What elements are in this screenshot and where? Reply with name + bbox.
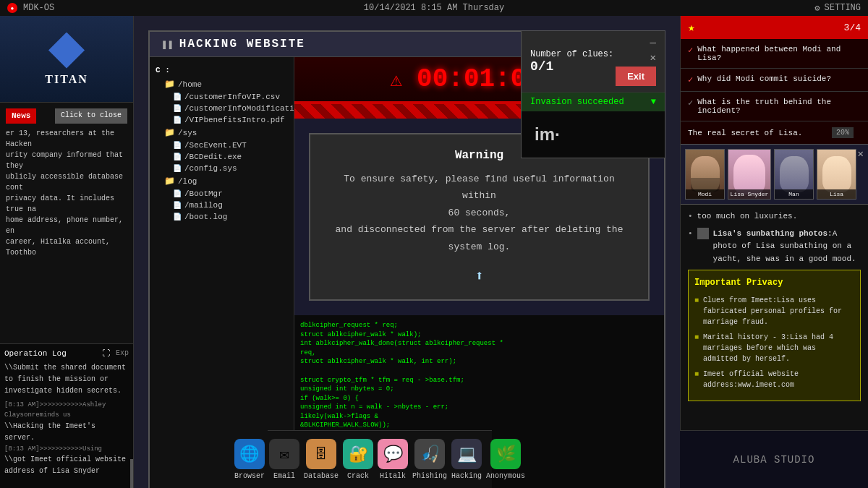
privacy-dot-2: ■	[694, 369, 699, 380]
file-icon: 📄	[173, 104, 182, 113]
code-line: struct ablkcipher_walk * walk);	[300, 330, 658, 340]
datetime-display: 10/14/2021 8:15 AM Thursday	[364, 3, 504, 13]
file-customerinfovip[interactable]: 📄 /customerInfoVIP.csv	[156, 91, 288, 103]
folder-icon: 📁	[164, 127, 175, 138]
taskbar-email[interactable]: ✉ Email	[269, 439, 299, 480]
portrait-modi[interactable]: Modi	[685, 149, 725, 200]
hitalk-label: Hitalk	[380, 472, 406, 480]
check-icon-2: ✓	[688, 98, 693, 108]
browser-label: Browser	[234, 472, 265, 480]
file-bootlog[interactable]: 📄 /boot.log	[156, 211, 288, 223]
file-icon: 📄	[173, 116, 182, 124]
warning-line2: 60 seconds,	[448, 207, 511, 218]
news-header: News Click to close	[6, 108, 127, 124]
folder-home[interactable]: 📁 /home	[156, 77, 288, 91]
quest-text-1: Why did Modi commit suicide?	[697, 74, 831, 83]
file-cim-label: /customerInfoModification.csv	[184, 104, 294, 113]
privacy-dot-1: ■	[694, 332, 699, 343]
taskbar-hacking[interactable]: 💻 Hacking	[451, 439, 482, 480]
scrollbar[interactable]	[130, 459, 133, 488]
info-line1: too much on luxuries.	[697, 210, 798, 223]
phishing-label: Phishing	[412, 472, 447, 480]
database-icon: 🗄	[306, 439, 336, 469]
hacking-title: HACKING WEBSITE	[179, 38, 305, 51]
file-bcdedit[interactable]: 📄 /BCDedit.exe	[156, 151, 288, 163]
imeet-logo-area: im·	[522, 111, 665, 158]
quest-item-1: ✓ Why did Modi commit suicide?	[681, 69, 868, 92]
code-line: dblkcipher_request * req;	[300, 321, 658, 330]
important-privacy-title: Important Privacy	[694, 276, 854, 290]
portrait-lisa[interactable]: Lisa	[817, 149, 856, 200]
file-tree: C : 📁 /home 📄 /customerInfoVIP.csv 📄 /cu…	[150, 57, 294, 488]
taskbar-phishing[interactable]: 🎣 Phishing	[412, 439, 447, 480]
news-area: News Click to close er 13, researchers a…	[0, 103, 133, 343]
database-label: Database	[304, 472, 339, 480]
code-line: struct ablkcipher_walk * walk, int err);	[300, 357, 658, 367]
quest-text-2: What is the truth behind the incident?	[697, 98, 861, 115]
privacy-item-0: ■ Clues from Imeet:Lisa uses fabricated …	[694, 295, 854, 328]
folder-sys-label: /sys	[178, 129, 197, 137]
important-privacy-box: Important Privacy ■ Clues from Imeet:Lis…	[688, 270, 861, 401]
file-secevent[interactable]: 📄 /SecEvent.EVT	[156, 140, 288, 151]
op-log-expand[interactable]: Exp	[116, 349, 129, 357]
portrait-man-name: Man	[775, 189, 813, 199]
file-maillog[interactable]: 📄 /maillog	[156, 200, 288, 211]
taskbar-browser[interactable]: 🌐 Browser	[234, 439, 265, 480]
file-icon: 📄	[173, 201, 182, 210]
news-close-button[interactable]: Click to close	[55, 108, 127, 124]
top-bar-left: ● MDK-OS	[7, 3, 54, 13]
file-blog-label: /boot.log	[184, 213, 227, 221]
file-icon: 📄	[173, 213, 182, 221]
op-entry-4: \\got Imeet official website address of …	[4, 454, 129, 477]
warning-line3: and disconnected from the server after d…	[336, 224, 624, 235]
quest-panel: ★ 3/4	[681, 16, 868, 39]
warning-line1: To ensure safety, please find useful inf…	[344, 174, 614, 201]
code-line: struct crypto_tfm * tfm = req - >base.tf…	[300, 376, 658, 385]
exit-button[interactable]: Exit	[616, 67, 656, 86]
check-icon-1: ✓	[688, 74, 693, 85]
folder-log-label: /log	[178, 177, 197, 186]
info-line2: Lisa's sunbathing photos:A photo of Lisa…	[713, 228, 861, 266]
hitalk-icon: 💬	[378, 439, 408, 469]
file-icon: 📄	[173, 164, 182, 173]
portrait-lisa-snyder[interactable]: Lisa Snyder	[728, 149, 771, 200]
code-line: req,	[300, 348, 658, 358]
taskbar-database[interactable]: 🗄 Database	[304, 439, 339, 480]
file-config[interactable]: 📄 /config.sys	[156, 163, 288, 174]
clue-minimize[interactable]: —	[650, 37, 656, 48]
info-bullet-1: • Lisa's sunbathing photos:A photo of Li…	[688, 228, 861, 266]
info-bullet-0: • too much on luxuries.	[688, 210, 861, 223]
info-panel: • too much on luxuries. • Lisa's sunbath…	[681, 205, 868, 434]
titan-logo: TITAN	[0, 16, 133, 103]
check-icon-0: ✓	[688, 45, 693, 56]
bullet-icon-0: •	[688, 210, 693, 223]
center-panel: ❚❚ HACKING WEBSITE C : 📁 /home 📄 /custom…	[134, 16, 680, 488]
file-bootmgr[interactable]: 📄 /BootMgr	[156, 188, 288, 200]
file-vip-label: /VIPbenefitsIntro.pdf	[184, 116, 285, 124]
folder-sys[interactable]: 📁 /sys	[156, 126, 288, 140]
portrait-man[interactable]: Man	[774, 149, 814, 200]
setting-label[interactable]: SETTING	[825, 3, 861, 13]
news-label: News	[6, 108, 36, 124]
warning-line4: system log.	[448, 241, 511, 252]
os-logo-icon: ●	[7, 3, 17, 13]
warning-triangle-left: ⚠	[390, 67, 402, 92]
browser-icon: 🌐	[234, 439, 265, 469]
warning-text: To ensure safety, please find useful inf…	[325, 171, 634, 255]
file-vipbenefits[interactable]: 📄 /VIPbenefitsIntro.pdf	[156, 114, 288, 126]
aluba-label: ALUBA STUDIO	[733, 454, 815, 466]
email-label: Email	[273, 472, 295, 480]
anonymous-label: Anonymous	[486, 472, 525, 480]
taskbar-anonymous[interactable]: 🌿 Anonymous	[486, 439, 525, 480]
char-panel-close[interactable]: ✕	[858, 147, 864, 160]
sunbathing-thumbnail	[697, 228, 709, 239]
folder-log[interactable]: 📁 /log	[156, 174, 288, 188]
file-cfg-label: /config.sys	[184, 164, 237, 173]
taskbar-hitalk[interactable]: 💬 Hitalk	[378, 439, 408, 480]
clue-close-btn[interactable]: ✕	[650, 51, 656, 64]
file-customerinfomod[interactable]: 📄 /customerInfoModification.csv	[156, 103, 288, 114]
privacy-text-2: Imeet official website address:www.imeet…	[703, 369, 854, 390]
folder-icon: 📁	[164, 79, 175, 90]
taskbar-crack[interactable]: 🔐 Crack	[343, 439, 373, 480]
titan-icon	[48, 33, 85, 69]
